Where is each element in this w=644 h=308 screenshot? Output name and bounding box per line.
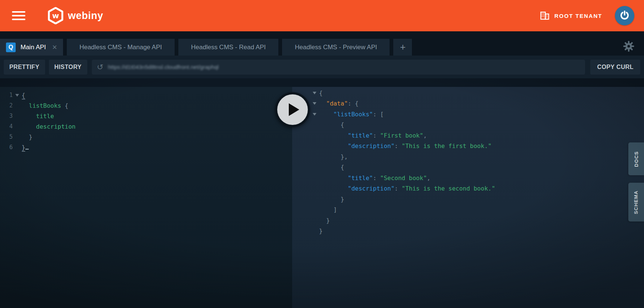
code-line: "description": "This is the first book." [292, 141, 644, 152]
line-number: 5 [0, 133, 13, 140]
code-line: "data": { [292, 98, 644, 109]
tab-headless-cms-manage-api[interactable]: Headless CMS - Manage API [67, 39, 175, 56]
code-line: ] [292, 205, 644, 216]
brand-wordmark: webiny [68, 10, 103, 22]
code-text: title [22, 113, 54, 120]
code-text: } [319, 227, 323, 235]
code-text: { [22, 92, 25, 99]
docs-side-tab[interactable]: DOCS [628, 142, 644, 175]
play-icon [277, 94, 308, 125]
line-number: 3 [0, 113, 13, 119]
schema-tab-label: SCHEMA [634, 190, 639, 214]
code-line: "title": "First book", [292, 130, 644, 141]
code-text: "title": "First book", [319, 132, 427, 139]
building-icon [540, 12, 550, 20]
copy-curl-button[interactable]: COPY CURL [590, 60, 640, 75]
code-line[interactable]: 2 listBooks { [0, 100, 292, 111]
code-line[interactable]: 1{ [0, 90, 292, 100]
code-line[interactable]: 6} [0, 142, 292, 153]
close-icon[interactable]: × [52, 43, 57, 51]
code-line[interactable]: 4 description [0, 121, 292, 132]
code-line: { [292, 120, 644, 131]
code-line: { [292, 162, 644, 173]
fold-arrow-icon[interactable] [310, 92, 319, 94]
tab-label: Main API [21, 44, 46, 51]
graphiql-workspace: 1{2 listBooks {3 title4 description5 }6}… [0, 78, 644, 308]
fold-arrow-icon[interactable] [310, 113, 319, 116]
playground-toolbar: PRETTIFY HISTORY ↺ https://d1t043n5d8tns… [0, 56, 644, 78]
app-header: w webiny ROOT TENANT [0, 0, 644, 31]
fold-arrow-icon[interactable] [310, 102, 319, 105]
line-number: 6 [0, 144, 13, 151]
code-text: { [319, 89, 323, 97]
prettify-button[interactable]: PRETTIFY [4, 60, 45, 75]
code-line: } [292, 215, 644, 226]
menu-icon[interactable] [12, 10, 25, 21]
execute-query-button[interactable] [275, 92, 310, 127]
code-line[interactable]: 3 title [0, 111, 292, 121]
history-button[interactable]: HISTORY [49, 60, 87, 75]
tenant-selector[interactable]: ROOT TENANT [540, 12, 602, 20]
endpoint-url-text: https://d1t043n5d8tnsl.cloudfront.net/gr… [108, 64, 219, 70]
code-text: "data": { [319, 100, 359, 107]
code-text: } [22, 144, 29, 151]
code-text: "title": "Second book", [319, 175, 431, 182]
query-editor[interactable]: 1{2 listBooks {3 title4 description5 }6} [0, 87, 292, 308]
schema-side-tab[interactable]: SCHEMA [628, 183, 644, 221]
tab-headless-cms-preview-api[interactable]: Headless CMS - Preview API [282, 39, 390, 56]
code-line: }, [292, 151, 644, 162]
docs-tab-label: DOCS [634, 151, 639, 167]
code-text: }, [319, 153, 348, 160]
code-text: "description": "This is the second book.… [319, 185, 495, 192]
code-text: { [319, 121, 344, 128]
api-tabbar: Q Main API × Headless CMS - Manage API H… [0, 31, 644, 56]
code-text: description [22, 123, 76, 130]
code-line: "listBooks": [ [292, 109, 644, 120]
settings-gear-icon[interactable] [623, 41, 634, 52]
code-line: "title": "Second book", [292, 173, 644, 183]
code-text: "listBooks": [ [319, 111, 384, 118]
tab-headless-cms-read-api[interactable]: Headless CMS - Read API [178, 39, 278, 56]
svg-text:w: w [52, 11, 59, 20]
line-number: 4 [0, 123, 13, 130]
line-number: 1 [0, 92, 13, 98]
code-text: ] [319, 206, 337, 213]
code-line: "description": "This is the second book.… [292, 183, 644, 194]
code-text: { [319, 164, 344, 171]
code-line: } [292, 226, 644, 237]
response-viewer: { "data": { "listBooks": [ { "title": "F… [292, 87, 644, 308]
line-number: 2 [0, 102, 13, 109]
power-icon [619, 10, 630, 21]
tenant-label: ROOT TENANT [554, 13, 602, 19]
tab-main-api[interactable]: Q Main API × [0, 39, 63, 56]
fold-arrow-icon[interactable] [13, 94, 22, 97]
add-tab-button[interactable]: + [393, 39, 412, 56]
code-text: listBooks { [22, 102, 68, 109]
webiny-hexagon-icon: w [48, 7, 63, 24]
user-avatar[interactable] [615, 6, 634, 25]
code-line: { [292, 88, 644, 98]
code-text: } [319, 196, 344, 203]
reload-undo-icon[interactable]: ↺ [97, 63, 104, 71]
code-text: } [319, 217, 330, 224]
code-line: } [292, 194, 644, 205]
endpoint-url-input[interactable]: ↺ https://d1t043n5d8tnsl.cloudfront.net/… [92, 60, 585, 75]
code-text: } [22, 133, 32, 141]
code-line[interactable]: 5 } [0, 132, 292, 142]
code-text: "description": "This is the first book." [319, 142, 491, 150]
query-badge: Q [6, 43, 16, 52]
webiny-logo[interactable]: w webiny [48, 7, 103, 24]
